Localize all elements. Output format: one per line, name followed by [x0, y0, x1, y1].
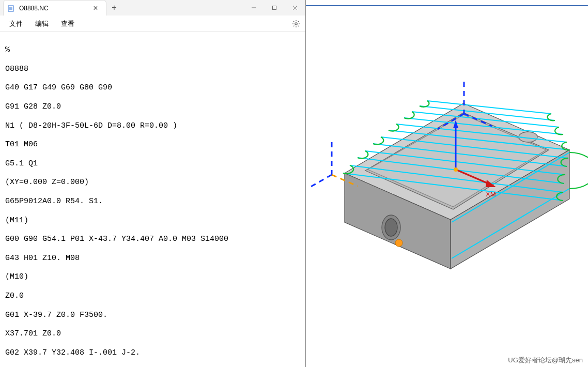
viewer-divider [306, 5, 588, 6]
svg-line-13 [293, 21, 294, 22]
code-line: G65P9012A0.0 R54. S1. [5, 197, 300, 206]
close-tab-icon[interactable]: × [91, 4, 100, 12]
window-controls [243, 0, 305, 16]
svg-rect-5 [273, 6, 276, 10]
code-line: % [5, 45, 300, 55]
code-line: G91 G28 Z0.0 [5, 102, 300, 112]
code-line: G43 H01 Z10. M08 [5, 254, 300, 263]
code-line: G01 X-39.7 Z0.0 F3500. [5, 311, 300, 320]
svg-point-8 [295, 22, 297, 24]
menubar: 文件 编辑 查看 [0, 16, 305, 32]
code-line: Z0.0 [5, 292, 300, 301]
code-line: G00 G90 G54.1 P01 X-43.7 Y34.407 A0.0 M0… [5, 235, 300, 244]
code-line: T01 M06 [5, 140, 300, 149]
svg-point-43 [454, 167, 458, 172]
cad-viewport[interactable]: XM [306, 0, 588, 367]
close-window-button[interactable] [285, 0, 305, 16]
code-line: (M10) [5, 272, 300, 282]
code-line: (M11) [5, 216, 300, 225]
code-editor[interactable]: % O8888 G40 G17 G49 G69 G80 G90 G91 G28 … [0, 32, 305, 367]
code-line: G5.1 Q1 [5, 159, 300, 169]
svg-line-36 [427, 101, 551, 114]
menu-view[interactable]: 查看 [55, 17, 81, 30]
notepad-icon [8, 5, 15, 12]
menu-file[interactable]: 文件 [3, 17, 29, 30]
menu-edit[interactable]: 编辑 [29, 17, 55, 30]
watermark: UG爱好者论坛@瑚先sen [508, 356, 583, 365]
svg-line-16 [293, 25, 294, 26]
code-line: G02 X39.7 Y32.408 I-.001 J-2. [5, 348, 300, 358]
code-line: O8888 [5, 65, 300, 74]
tab-title: O8888.NC [19, 5, 87, 12]
file-tab[interactable]: O8888.NC × [3, 0, 106, 16]
viewer-pane[interactable]: XM [306, 0, 588, 367]
code-line: N1 ( D8-20H-3F-50L-6D D=8.00 R=0.00 ) [5, 121, 300, 131]
code-line: G40 G17 G49 G69 G80 G90 [5, 83, 300, 93]
svg-line-14 [298, 25, 299, 26]
tool-marker [395, 239, 403, 247]
code-line: (XY=0.000 Z=0.000) [5, 178, 300, 187]
svg-line-15 [298, 21, 299, 22]
settings-icon[interactable] [290, 18, 302, 30]
svg-point-24 [385, 219, 397, 236]
maximize-button[interactable] [264, 0, 285, 16]
svg-line-48 [310, 175, 332, 187]
new-tab-button[interactable]: + [106, 0, 122, 16]
minimize-button[interactable] [243, 0, 264, 16]
code-line: X37.701 Z0.0 [5, 329, 300, 339]
axis-label-xm: XM [486, 190, 496, 198]
titlebar: O8888.NC × + [0, 0, 305, 16]
